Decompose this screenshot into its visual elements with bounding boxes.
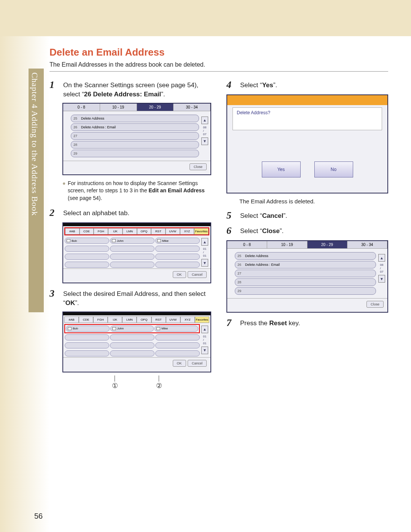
step-number: 5 [226,210,240,221]
callout-1: ① [112,382,118,390]
range-tab[interactable]: 30 - 34 [174,104,210,111]
cancel-button[interactable]: Cancel [188,271,207,278]
left-column: 1 On the Scanner Settings screen (see pa… [49,79,211,390]
alpha-tab[interactable]: RST [151,228,166,235]
settings-row[interactable]: 27 [71,132,199,140]
scroll-up-icon[interactable]: ▲ [378,254,385,262]
alpha-tab[interactable]: XYZ [180,316,195,323]
step-number: 6 [226,225,240,236]
mock-footer: Close [63,161,210,172]
contact-card[interactable]: Mike [155,238,200,244]
right-column: 4 Select “Yes”. Delete Address? Yes No T… [226,79,388,390]
section-title: Delete an Email Address [49,46,388,58]
alpha-tab[interactable]: OPQ [137,316,151,323]
alpha-tab[interactable]: FGH [94,228,108,235]
screenshot-settings-list: 0 - 8 10 - 19 20 - 29 30 - 34 25Delete A… [62,103,211,175]
no-button[interactable]: No [314,161,353,177]
alpha-tab[interactable]: LMN [122,316,137,323]
step-text: Select “Close”. [240,225,284,236]
mock-footer: OK Cancel [63,268,210,280]
scroll-up-icon[interactable]: ▲ [201,326,208,333]
ok-button[interactable]: OK [173,271,186,278]
alpha-tab[interactable]: IJK [108,228,123,235]
range-tab-active[interactable]: 20 - 29 [137,104,174,111]
scroll-down-icon[interactable]: ▼ [201,137,208,145]
settings-row[interactable]: 28 [235,278,376,286]
alpha-tab[interactable]: #AB [65,228,80,235]
close-button-highlighted[interactable]: Close [366,301,384,308]
contact-card[interactable]: John [110,326,154,332]
settings-row[interactable]: 25Delete Address [71,115,199,122]
settings-row[interactable]: 26Delete Address : Email [235,261,376,268]
cancel-button[interactable]: Cancel [188,360,207,367]
alphabet-tabs-row: #AB CDE FGH IJK LMN OPQ RST UVW XYZ Favo… [64,227,209,235]
s3-a: Select the desired Email Address, and th… [63,290,206,307]
settings-row[interactable]: 29 [235,287,376,295]
alpha-tab[interactable]: UVW [166,228,180,235]
dialog-titlebar [227,95,387,105]
scroll-down-icon[interactable]: ▼ [378,275,385,283]
step-text: Select “Cancel”. [240,210,287,220]
alpha-tab[interactable]: IJK [108,316,122,323]
ok-button-highlighted[interactable]: OK [173,360,186,367]
alpha-tab-favorites[interactable]: Favorites [194,228,209,235]
settings-row-highlighted[interactable]: 26Delete Address : Email [71,123,199,131]
bullet-icon: ● [62,180,68,202]
range-tab[interactable]: 0 - 8 [227,241,267,248]
mail-icon [112,327,116,330]
yes-button[interactable]: Yes [262,161,301,177]
contact-card[interactable]: Bob [65,238,109,244]
scroll-buttons: ▲ 08 / 07 ▼ [378,254,385,283]
range-tab[interactable]: 30 - 34 [347,241,387,248]
note-bold: Edit an Email Address [148,187,204,193]
dialog-buttons: Yes No [227,161,387,177]
callout-labels: ① ② [62,375,211,390]
scroll-down-icon[interactable]: ▼ [201,347,208,354]
scroll-up-icon[interactable]: ▲ [201,238,208,246]
alpha-tab[interactable]: CDE [80,228,94,235]
settings-row[interactable]: 25Delete Address [235,252,376,260]
step-number: 2 [49,207,63,219]
callout-2: ② [156,382,162,390]
settings-row[interactable]: 28 [71,141,199,149]
contact-card[interactable]: Mike [155,326,198,332]
range-tab-active[interactable]: 20 - 29 [307,241,347,248]
mail-icon [112,239,116,242]
range-tab[interactable]: 10 - 19 [267,241,307,248]
alpha-tab[interactable]: LMN [123,228,137,235]
range-tab[interactable]: 10 - 19 [100,104,137,111]
contact-row-highlighted: Bob John Mike [64,324,200,333]
page-indicator: 08 / 07 [380,263,384,273]
screenshot-close: 0 - 8 10 - 19 20 - 29 30 - 34 25Delete A… [226,240,388,313]
mail-icon [67,239,70,242]
alpha-tab[interactable]: OPQ [137,228,151,235]
range-tab[interactable]: 0 - 8 [63,104,100,111]
mock-footer: Close [227,298,387,309]
alpha-tab[interactable]: UVW [166,316,180,323]
step-number: 1 [49,79,63,91]
step-text: Select “Yes”. [240,79,277,90]
alpha-tab[interactable]: FGH [93,316,108,323]
alpha-tab-favorites[interactable]: Favorites [195,316,209,323]
step-number: 3 [49,288,63,299]
range-tabs: 0 - 8 10 - 19 20 - 29 30 - 34 [63,104,210,111]
s3-bold: OK [65,299,75,307]
contact-card[interactable]: John [110,238,155,244]
settings-row[interactable]: 29 [71,150,199,157]
scroll-up-icon[interactable]: ▲ [201,117,208,124]
step1-note: ● For instructions on how to display the… [62,180,211,202]
step-4: 4 Select “Yes”. [226,79,388,91]
settings-row[interactable]: 27 [235,270,376,277]
close-button[interactable]: Close [190,163,207,170]
dialog-question: Delete Address? [233,107,382,130]
alpha-tab[interactable]: #AB [64,316,79,323]
contact-card[interactable]: Bob [66,326,110,332]
blackbar [63,312,210,315]
alpha-tab[interactable]: RST [151,316,166,323]
alpha-tab[interactable]: XYZ [180,228,194,235]
page-indicator: 08 / 07 [203,126,207,136]
alpha-tab[interactable]: CDE [79,316,93,323]
note-c: (see page 54). [68,195,102,201]
scroll-down-icon[interactable]: ▼ [201,259,208,267]
page-number: 56 [34,512,43,521]
